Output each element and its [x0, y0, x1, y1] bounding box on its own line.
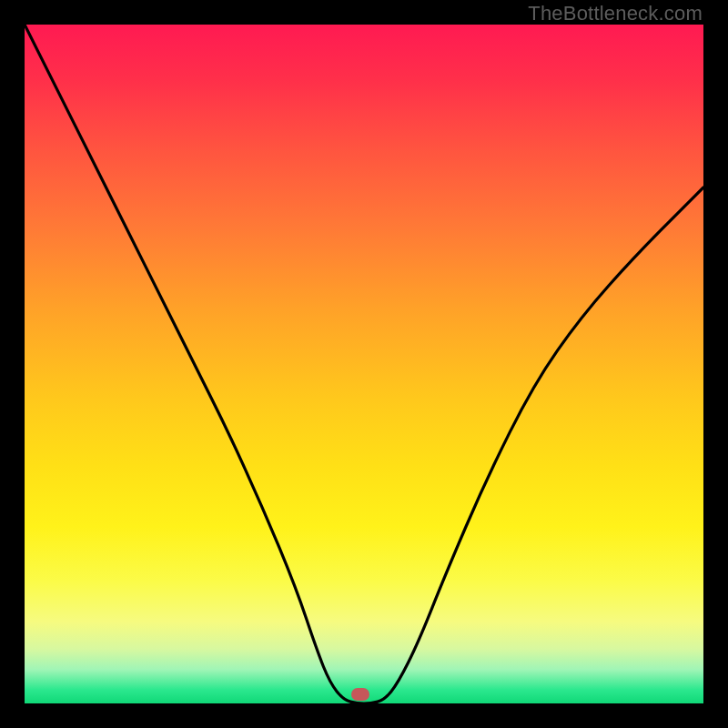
- chart-frame: TheBottleneck.com: [0, 0, 728, 728]
- optimal-point-marker: [351, 688, 369, 701]
- watermark-text: TheBottleneck.com: [528, 2, 703, 25]
- plot-area: [25, 25, 703, 703]
- bottleneck-curve: [25, 25, 703, 703]
- curve-path: [25, 25, 703, 703]
